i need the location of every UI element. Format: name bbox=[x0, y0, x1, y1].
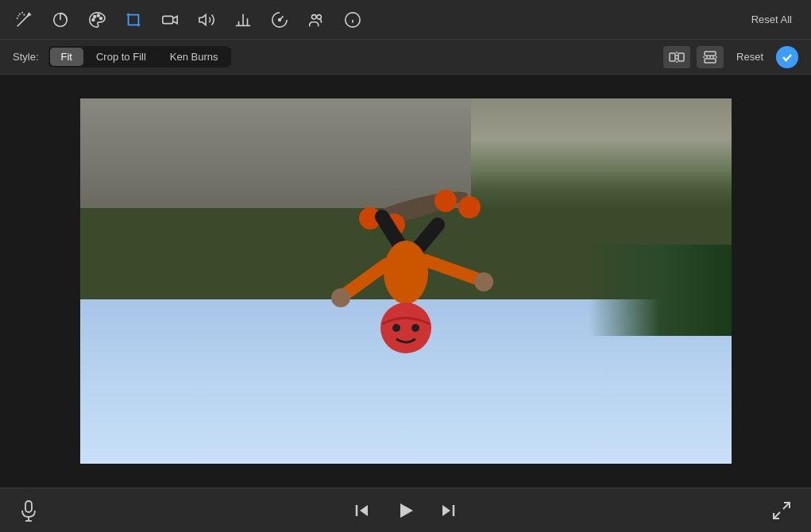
svg-line-54 bbox=[774, 512, 780, 519]
svg-line-4 bbox=[18, 15, 19, 16]
info-icon[interactable] bbox=[342, 9, 364, 31]
svg-line-0 bbox=[17, 16, 28, 26]
svg-rect-27 bbox=[705, 52, 716, 56]
playback-bar bbox=[0, 488, 811, 532]
reset-button[interactable]: Reset bbox=[730, 48, 770, 66]
svg-point-20 bbox=[317, 14, 322, 18]
color-wheel-icon[interactable] bbox=[49, 9, 71, 31]
svg-point-34 bbox=[458, 196, 481, 218]
style-fit-button[interactable]: Fit bbox=[50, 48, 83, 66]
svg-line-53 bbox=[783, 503, 790, 509]
playback-center bbox=[353, 499, 458, 522]
svg-rect-24 bbox=[670, 53, 675, 61]
svg-marker-12 bbox=[199, 14, 206, 25]
svg-point-42 bbox=[380, 303, 431, 353]
svg-marker-48 bbox=[360, 505, 368, 516]
svg-point-8 bbox=[94, 15, 96, 17]
svg-point-7 bbox=[92, 18, 95, 21]
svg-point-18 bbox=[279, 18, 281, 21]
svg-line-38 bbox=[342, 264, 386, 296]
fullscreen-icon[interactable] bbox=[771, 500, 792, 521]
flip-vertical-button[interactable] bbox=[697, 46, 724, 68]
toolbar-icons bbox=[13, 9, 364, 31]
skater-figure bbox=[279, 145, 533, 447]
svg-point-10 bbox=[100, 17, 102, 19]
style-ken-burns-button[interactable]: Ken Burns bbox=[159, 48, 230, 66]
bar-chart-icon[interactable] bbox=[232, 9, 254, 31]
svg-rect-11 bbox=[163, 16, 173, 23]
audio-icon[interactable] bbox=[195, 9, 218, 31]
playback-left bbox=[19, 499, 38, 522]
play-button[interactable] bbox=[394, 499, 416, 522]
people-icon[interactable] bbox=[305, 9, 327, 31]
flip-horizontal-button[interactable] bbox=[663, 46, 690, 68]
style-row: Style: Fit Crop to Fill Ken Burns Reset bbox=[0, 40, 811, 75]
svg-line-36 bbox=[418, 225, 438, 249]
svg-point-9 bbox=[97, 14, 99, 17]
style-crop-to-fill-button[interactable]: Crop to Fill bbox=[85, 48, 157, 66]
video-camera-icon[interactable] bbox=[159, 9, 181, 31]
svg-point-19 bbox=[312, 14, 317, 18]
right-controls: Reset bbox=[663, 46, 798, 68]
svg-rect-45 bbox=[25, 501, 32, 512]
confirm-button[interactable] bbox=[776, 46, 798, 68]
microphone-icon[interactable] bbox=[19, 499, 38, 522]
reset-all-button[interactable]: Reset All bbox=[745, 10, 798, 29]
svg-rect-28 bbox=[705, 59, 716, 63]
speedometer-icon[interactable] bbox=[268, 9, 291, 31]
svg-point-41 bbox=[474, 272, 493, 291]
svg-marker-51 bbox=[442, 505, 450, 516]
style-label: Style: bbox=[13, 51, 39, 63]
palette-icon[interactable] bbox=[86, 9, 108, 31]
svg-point-37 bbox=[384, 241, 428, 304]
skip-to-end-icon[interactable] bbox=[438, 501, 458, 520]
crop-icon[interactable] bbox=[122, 9, 145, 31]
svg-rect-25 bbox=[678, 53, 684, 61]
video-frame bbox=[80, 98, 732, 464]
svg-point-44 bbox=[411, 324, 419, 332]
video-container bbox=[0, 75, 811, 488]
svg-line-3 bbox=[24, 13, 25, 15]
magic-wand-icon[interactable] bbox=[13, 9, 35, 31]
toolbar: Reset All bbox=[0, 0, 811, 40]
svg-line-1 bbox=[20, 13, 21, 14]
style-button-group: Fit Crop to Fill Ken Burns bbox=[48, 46, 231, 67]
skip-to-beginning-icon[interactable] bbox=[353, 501, 372, 520]
svg-point-43 bbox=[392, 324, 400, 332]
svg-line-39 bbox=[426, 260, 481, 280]
svg-point-40 bbox=[331, 288, 350, 307]
svg-point-32 bbox=[434, 190, 457, 212]
playback-right bbox=[771, 500, 792, 521]
svg-marker-50 bbox=[400, 503, 413, 518]
